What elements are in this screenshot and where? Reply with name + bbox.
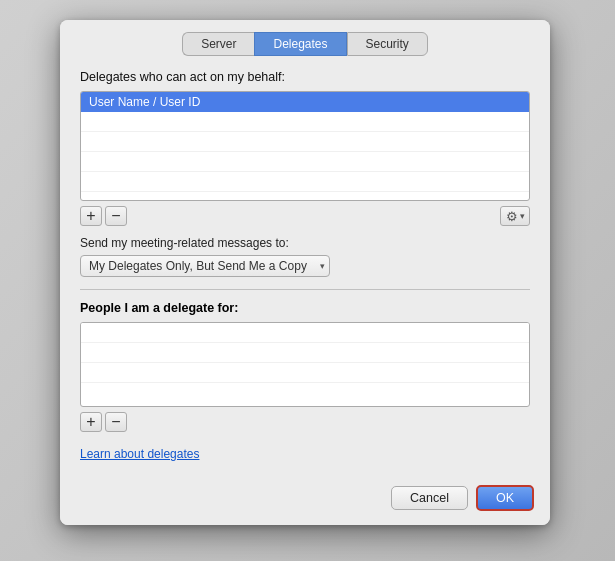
dialog-footer: Cancel OK xyxy=(60,475,550,525)
tab-server[interactable]: Server xyxy=(182,32,254,56)
delegate-for-btn-row: + − xyxy=(80,412,530,432)
remove-delegate-for-button[interactable]: − xyxy=(105,412,127,432)
delegates-list-rows xyxy=(81,112,529,192)
delegate-for-list-box[interactable] xyxy=(80,322,530,407)
tab-bar: Server Delegates Security xyxy=(60,20,550,56)
cancel-button[interactable]: Cancel xyxy=(391,486,468,510)
list-item xyxy=(81,152,529,172)
delegates-section-label: Delegates who can act on my behalf: xyxy=(80,70,530,84)
list-item xyxy=(81,343,529,363)
list-item xyxy=(81,132,529,152)
delegates-btn-row: + − ⚙ ▾ xyxy=(80,206,530,226)
section-divider xyxy=(80,289,530,290)
send-select-row: My Delegates Only, But Send Me a Copy My… xyxy=(80,255,530,277)
delegate-for-label: People I am a delegate for: xyxy=(80,301,238,315)
ok-button[interactable]: OK xyxy=(476,485,534,511)
gear-icon: ⚙ xyxy=(506,209,518,224)
gear-arrow-icon: ▾ xyxy=(520,211,525,221)
delegate-for-add-remove-group: + − xyxy=(80,412,130,432)
delegates-add-remove-group: + − xyxy=(80,206,130,226)
add-delegate-button[interactable]: + xyxy=(80,206,102,226)
tab-delegates[interactable]: Delegates xyxy=(254,32,346,56)
list-item xyxy=(81,112,529,132)
delegates-list-header: User Name / User ID xyxy=(81,92,529,112)
list-item xyxy=(81,172,529,192)
delegates-list-box[interactable]: User Name / User ID xyxy=(80,91,530,201)
learn-about-delegates-link[interactable]: Learn about delegates xyxy=(80,447,199,461)
delegate-for-label-container: People I am a delegate for: xyxy=(80,300,530,315)
remove-delegate-button[interactable]: − xyxy=(105,206,127,226)
dialog-window: Server Delegates Security Delegates who … xyxy=(60,20,550,525)
send-select-wrapper: My Delegates Only, But Send Me a Copy My… xyxy=(80,255,330,277)
dialog-body: Delegates who can act on my behalf: User… xyxy=(60,56,550,475)
send-to-select[interactable]: My Delegates Only, But Send Me a Copy My… xyxy=(80,255,330,277)
delegate-for-list-rows xyxy=(81,323,529,383)
list-item xyxy=(81,363,529,383)
gear-menu-button[interactable]: ⚙ ▾ xyxy=(500,206,530,226)
add-delegate-for-button[interactable]: + xyxy=(80,412,102,432)
send-messages-label: Send my meeting-related messages to: xyxy=(80,236,530,250)
list-item xyxy=(81,323,529,343)
tab-security[interactable]: Security xyxy=(347,32,428,56)
